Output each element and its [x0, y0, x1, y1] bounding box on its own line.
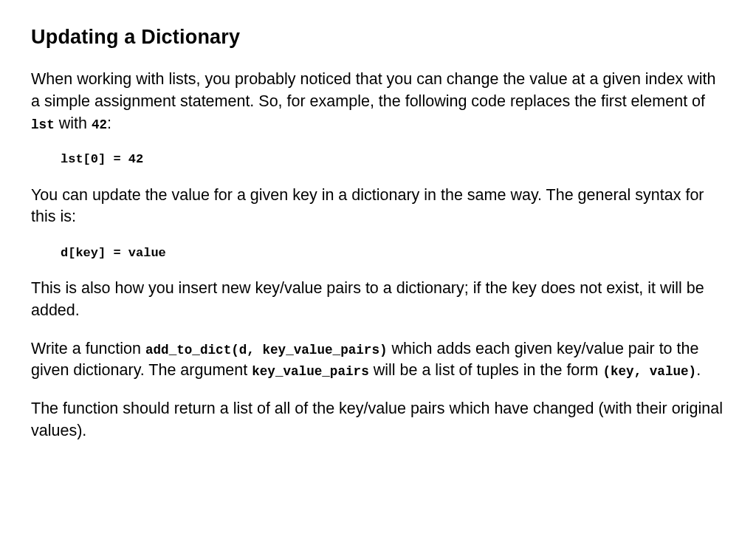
inline-code-lst: lst [31, 117, 55, 132]
paragraph-return: The function should return a list of all… [31, 398, 725, 442]
section-heading: Updating a Dictionary [31, 24, 725, 51]
inline-code-tuple-form: (key, value) [602, 364, 696, 379]
paragraph-insert-note: This is also how you insert new key/valu… [31, 278, 725, 321]
inline-code-arg-name: key_value_pairs [252, 364, 369, 379]
paragraph-intro: When working with lists, you probably no… [31, 69, 725, 134]
paragraph-task: Write a function add_to_dict(d, key_valu… [31, 338, 725, 382]
text-segment: When working with lists, you probably no… [31, 70, 715, 110]
paragraph-dict-update: You can update the value for a given key… [31, 185, 725, 228]
text-segment: : [107, 114, 111, 132]
text-segment: will be a list of tuples in the form [369, 361, 603, 379]
inline-code-func-signature: add_to_dict(d, key_value_pairs) [145, 343, 388, 357]
text-segment: . [696, 361, 701, 379]
inline-code-fortytwo: 42 [92, 117, 107, 132]
text-segment: Write a function [31, 340, 145, 357]
code-block-dict-assignment: d[key] = value [61, 244, 725, 261]
code-block-list-assignment: lst[0] = 42 [61, 151, 725, 168]
text-segment: with [55, 114, 92, 132]
